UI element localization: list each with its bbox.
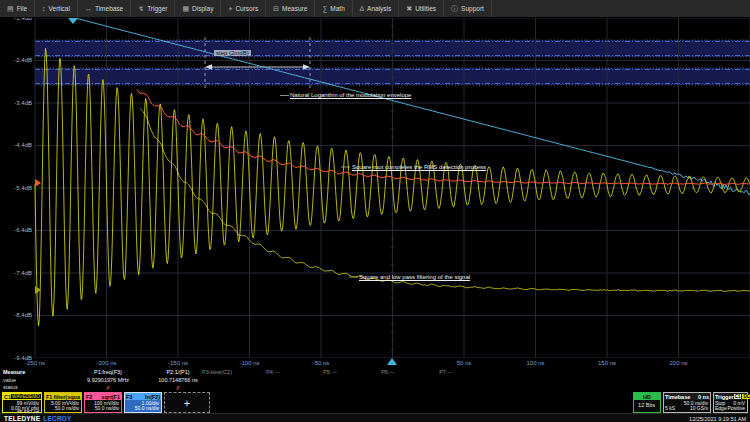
- menu-item-file[interactable]: ▤File: [0, 0, 35, 17]
- file-icon: ▤: [7, 5, 14, 12]
- timebase-icon: ↔: [85, 5, 92, 12]
- math-descriptor-f2[interactable]: F2 sqrt(F1 100 mV/div 50.0 ns/div: [84, 392, 122, 413]
- support-icon: ⓘ: [451, 5, 458, 12]
- channel-id: C1: [4, 394, 11, 400]
- measure-column-p5[interactable]: P5:---: [323, 369, 337, 375]
- menu-item-label: Analysis: [367, 5, 391, 12]
- status-bar: TELEDYNE LECROY 12/25/2021 9:19:51 AM: [0, 413, 750, 422]
- measure-value-p2: 100.7148766 ns: [158, 377, 197, 383]
- menu-item-vertical[interactable]: ↕Vertical: [35, 0, 78, 17]
- timebase-offset: 0 ns: [698, 394, 709, 400]
- annotation-natural-log[interactable]: Natural Logarithm of the modulation enve…: [290, 92, 411, 98]
- utilities-icon: ✖: [406, 5, 412, 12]
- f2-zero-level-marker[interactable]: [35, 179, 41, 187]
- trace-f1[interactable]: [140, 108, 750, 291]
- f1-zero-level-marker[interactable]: [35, 286, 41, 294]
- menu-bar: ▤File↕Vertical↔Timebase↯Trigger▦Display⌖…: [0, 0, 750, 18]
- measure-column-p2[interactable]: P2:1/(P1): [166, 369, 189, 375]
- x-axis-label: 50 ns: [457, 360, 472, 366]
- measure-column-p6[interactable]: P6:---: [381, 369, 395, 375]
- measure-column-p7[interactable]: P7:---: [439, 369, 453, 375]
- display-icon: ▦: [182, 5, 189, 12]
- menu-item-label: Support: [461, 5, 484, 12]
- menu-item-display[interactable]: ▦Display: [175, 0, 221, 17]
- measure-section-label: Measure: [3, 369, 25, 375]
- add-trace-button[interactable]: +: [164, 392, 210, 413]
- y-axis-label: -3.4dB: [0, 100, 32, 106]
- x-axis-label: -50 ns: [313, 360, 330, 366]
- hd-label: HD: [643, 394, 651, 400]
- math-icon: ∑: [322, 5, 327, 12]
- measure-value-p1: 9.92901976 MHz: [87, 377, 129, 383]
- measure-status-p2: ✗: [175, 384, 180, 391]
- trace-function: sqrt(F1: [101, 394, 120, 400]
- annotation-square-lowpass[interactable]: Square and low pass filtering of the sig…: [359, 274, 470, 280]
- waveform-display[interactable]: [0, 18, 750, 358]
- annotation-square-root[interactable]: Square root completes the RMS detection …: [352, 164, 486, 170]
- trace-function: ln(F2): [145, 394, 160, 400]
- y-axis-label: -5.4dB: [0, 185, 32, 191]
- measure-value-row-label: value: [3, 377, 16, 383]
- timebase-samples: 5 kS: [665, 406, 675, 411]
- y-axis-label: -6.4dB: [0, 227, 32, 233]
- measure-column-p3[interactable]: P3:slew(C2): [202, 369, 232, 375]
- menu-item-trigger[interactable]: ↯Trigger: [131, 0, 175, 17]
- brand-teledyne: TELEDYNE: [4, 415, 40, 422]
- x-axis-label: 100 ns: [526, 360, 544, 366]
- hd-mode-descriptor[interactable]: HD 12 Bits: [633, 392, 661, 413]
- menu-item-label: File: [17, 5, 27, 12]
- menu-item-support[interactable]: ⓘSupport: [444, 0, 492, 17]
- timebase-descriptor[interactable]: Timebase 0 ns 50.0 ns/div 5 kS 10 GS/s: [663, 392, 711, 413]
- vertical-icon: ↕: [42, 5, 46, 12]
- menu-item-label: Timebase: [95, 5, 123, 12]
- menu-item-label: Display: [192, 5, 213, 12]
- cursors-icon: ⌖: [228, 5, 232, 12]
- channel-descriptor-c1[interactable]: C1 WAVEDEMO 99 mV/div 0.00 mV ofst 85.58…: [2, 392, 42, 413]
- menu-item-utilities[interactable]: ✖Utilities: [399, 0, 444, 17]
- trace-id: F3: [126, 394, 132, 400]
- y-axis-label: -7.4dB: [0, 270, 32, 276]
- channel-alias-badge: WAVEDEMO: [11, 394, 41, 399]
- y-axis-label: -4.4dB: [0, 142, 32, 148]
- trigger-slope: Positive: [727, 406, 745, 411]
- trigger-type: Edge: [715, 406, 727, 411]
- menu-item-measure[interactable]: ⊟Measure: [266, 0, 315, 17]
- f2-tdiv: 50.0 ns/div: [86, 406, 119, 411]
- x-axis-label: 150 ns: [598, 360, 616, 366]
- menu-item-label: Vertical: [49, 5, 70, 12]
- f1-tdiv: 50.0 ns/div: [46, 406, 79, 411]
- trace-function: filter(squa: [53, 394, 80, 400]
- step-annotation-label[interactable]: step (2mdB): [214, 50, 251, 56]
- x-axis-label: -200 ns: [96, 360, 116, 366]
- measure-column-p1[interactable]: P1:freq(F3): [94, 369, 122, 375]
- menu-item-analysis[interactable]: ∆Analysis: [353, 0, 400, 17]
- trigger-descriptor[interactable]: Trigger C1 DC Stop 0 mV Edge Positive: [713, 392, 748, 413]
- menu-item-cursors[interactable]: ⌖Cursors: [221, 0, 266, 17]
- menu-item-timebase[interactable]: ↔Timebase: [78, 0, 131, 17]
- hd-bits: 12 Bits: [635, 403, 658, 408]
- math-descriptor-f1[interactable]: F1 filter(squa 5.00 mV²/div 50.0 ns/div: [44, 392, 82, 413]
- menu-item-label: Measure: [282, 5, 307, 12]
- trigger-label: Trigger: [715, 394, 734, 400]
- trigger-time-marker[interactable]: [387, 358, 397, 365]
- x-axis-label: -250 ns: [25, 360, 45, 366]
- f3-tdiv: 50.0 ns/div: [126, 406, 159, 411]
- datetime-display: 12/25/2021 9:19:51 AM: [689, 416, 746, 422]
- analysis-icon: ∆: [360, 5, 364, 12]
- trace-id: F1: [46, 394, 52, 400]
- measure-status-p1: ✗: [105, 384, 110, 391]
- measure-column-p4[interactable]: P4:---: [266, 369, 280, 375]
- f3-trace-level-marker[interactable]: [68, 18, 78, 24]
- menu-item-label: Utilities: [415, 5, 436, 12]
- x-axis-label: 200 ns: [669, 360, 687, 366]
- oscilloscope-screen: ▤File↕Vertical↔Timebase↯Trigger▦Display⌖…: [0, 0, 750, 422]
- trigger-icon: ↯: [138, 5, 144, 12]
- menu-item-math[interactable]: ∑Math: [315, 0, 352, 17]
- timebase-label: Timebase: [665, 394, 690, 400]
- menu-item-label: Trigger: [147, 5, 167, 12]
- trace-id: F2: [86, 394, 92, 400]
- measure-icon: ⊟: [273, 5, 279, 12]
- plus-icon: +: [184, 397, 190, 409]
- math-descriptor-f3-selected[interactable]: F3 ln(F2) 1.00/div 50.0 ns/div: [124, 392, 162, 413]
- y-axis-label: -8.4dB: [0, 312, 32, 318]
